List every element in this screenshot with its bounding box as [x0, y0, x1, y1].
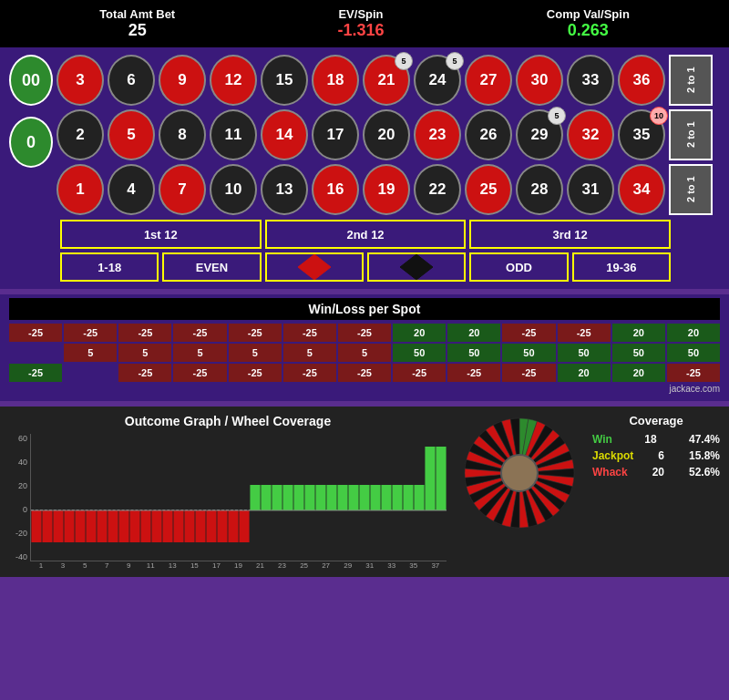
roulette-wheel: /* segments drawn by JS */: [460, 414, 579, 532]
svg-rect-2: [31, 510, 41, 542]
num-19[interactable]: 19: [363, 164, 410, 215]
num-4[interactable]: 4: [108, 164, 155, 215]
wl-r3c6: -25: [283, 364, 336, 382]
num-25[interactable]: 25: [465, 164, 512, 215]
comp-val-spin-label: Comp Val/Spin: [547, 7, 630, 21]
num-21[interactable]: 215: [363, 55, 410, 106]
num-15[interactable]: 15: [261, 55, 308, 106]
wl-r1c7: -25: [338, 324, 391, 342]
wl-r2c6: 5: [283, 344, 336, 362]
svg-rect-36: [403, 485, 413, 510]
side-bet-top[interactable]: 2 to 1: [669, 55, 713, 106]
num-27[interactable]: 27: [465, 55, 512, 106]
num-24[interactable]: 245: [414, 55, 461, 106]
wl-r2c8: 50: [393, 344, 446, 362]
svg-rect-8: [97, 510, 107, 542]
num-11[interactable]: 11: [210, 109, 257, 160]
double-zero[interactable]: 00: [9, 55, 53, 106]
num-16[interactable]: 16: [312, 164, 359, 215]
num-5[interactable]: 5: [108, 109, 155, 160]
num-13[interactable]: 13: [261, 164, 308, 215]
svg-rect-17: [195, 510, 205, 542]
single-zero[interactable]: 0: [9, 117, 53, 168]
num-6[interactable]: 6: [108, 55, 155, 106]
num-18[interactable]: 18: [312, 55, 359, 106]
svg-rect-39: [436, 447, 446, 510]
svg-marker-1: [400, 254, 433, 280]
coverage-whack-pct: 52.6%: [689, 466, 720, 479]
wl-r2c11: 50: [558, 344, 611, 362]
num-1[interactable]: 1: [56, 164, 104, 215]
graph-area: Outcome Graph / Wheel Coverage 60 40 20 …: [9, 414, 447, 570]
num-29[interactable]: 295: [516, 109, 563, 160]
wl-r2c13: 50: [667, 344, 720, 362]
coverage-title: Coverage: [592, 414, 720, 427]
roulette-table: 00 0 3 6 9 12 15 18 215 245 27 30 33 36 …: [0, 47, 729, 289]
svg-rect-15: [173, 510, 183, 542]
ev-spin: EV/Spin -1.316: [337, 7, 384, 40]
num-9[interactable]: 9: [159, 55, 206, 106]
side-bet-mid[interactable]: 2 to 1: [669, 109, 713, 160]
dozen-2[interactable]: 2nd 12: [265, 220, 467, 249]
num-28[interactable]: 28: [516, 164, 563, 215]
y-neg20: -20: [9, 529, 27, 538]
wl-r2c4: 5: [173, 344, 226, 362]
winloss-title: Win/Loss per Spot: [9, 298, 720, 320]
bet-odd[interactable]: ODD: [469, 252, 568, 282]
svg-rect-16: [184, 510, 194, 542]
bet-19-36[interactable]: 19-36: [572, 252, 671, 282]
num-2[interactable]: 2: [56, 109, 104, 160]
coverage-whack-row: Whack 20 52.6%: [592, 466, 720, 479]
num-30[interactable]: 30: [516, 55, 563, 106]
bet-1-18[interactable]: 1-18: [60, 252, 159, 282]
coverage-jackpot-row: Jackpot 6 15.8%: [592, 449, 720, 462]
wl-r2c1: [9, 344, 62, 362]
ev-spin-value: -1.316: [337, 21, 384, 40]
coverage-whack-count: 20: [652, 466, 664, 479]
num-3[interactable]: 3: [56, 55, 104, 106]
wl-r1c6: -25: [283, 324, 336, 342]
svg-rect-18: [206, 510, 216, 542]
wl-r1c11: -25: [558, 324, 611, 342]
bet-red[interactable]: [265, 252, 364, 282]
svg-rect-22: [250, 485, 260, 510]
dozen-1[interactable]: 1st 12: [60, 220, 262, 249]
num-26[interactable]: 26: [465, 109, 512, 160]
outcome-section: Outcome Graph / Wheel Coverage 60 40 20 …: [0, 407, 729, 577]
y-0: 0: [9, 505, 27, 514]
num-22[interactable]: 22: [414, 164, 461, 215]
side-bet-bot[interactable]: 2 to 1: [669, 164, 713, 215]
num-31[interactable]: 31: [567, 164, 614, 215]
wl-r3c13: -25: [667, 364, 720, 382]
num-14[interactable]: 14: [261, 109, 308, 160]
num-35[interactable]: 3510: [618, 109, 665, 160]
num-32[interactable]: 32: [567, 109, 614, 160]
num-20[interactable]: 20: [363, 109, 410, 160]
svg-rect-6: [75, 510, 85, 542]
wl-r1c12: 20: [612, 324, 665, 342]
num-12[interactable]: 12: [210, 55, 257, 106]
dozen-3[interactable]: 3rd 12: [469, 220, 671, 249]
svg-rect-3: [42, 510, 52, 542]
bet-even[interactable]: EVEN: [162, 252, 261, 282]
svg-rect-14: [162, 510, 172, 542]
wl-r2c5: 5: [229, 344, 282, 362]
svg-rect-10: [118, 510, 128, 542]
num-33[interactable]: 33: [567, 55, 614, 106]
num-10[interactable]: 10: [210, 164, 257, 215]
wl-r3c11: 20: [558, 364, 611, 382]
num-8[interactable]: 8: [159, 109, 206, 160]
svg-rect-26: [293, 485, 303, 510]
svg-rect-25: [282, 485, 293, 510]
wl-r2c3: 5: [118, 344, 171, 362]
wl-r3c9: -25: [447, 364, 500, 382]
bet-black[interactable]: [367, 252, 466, 282]
jackace-label: jackace.com: [9, 384, 720, 394]
num-23[interactable]: 23: [414, 109, 461, 160]
num-34[interactable]: 34: [618, 164, 665, 215]
num-17[interactable]: 17: [312, 109, 359, 160]
num-36[interactable]: 36: [618, 55, 665, 106]
svg-rect-9: [108, 510, 118, 542]
num-7[interactable]: 7: [159, 164, 206, 215]
total-amt-bet-label: Total Amt Bet: [99, 7, 175, 21]
